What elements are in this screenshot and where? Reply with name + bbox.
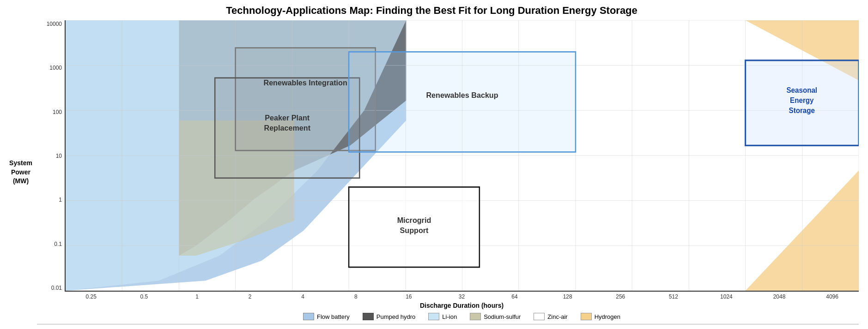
- y-tick-10: 10: [56, 153, 62, 159]
- legend-box-zinc-air: [534, 313, 545, 320]
- x-tick-1024: 1024: [700, 293, 753, 300]
- legend-label-zinc-air: Zinc-air: [547, 313, 567, 320]
- seasonal-energy-label-1: Seasonal: [787, 86, 818, 95]
- x-tick-64: 64: [488, 293, 541, 300]
- microgrid-support-label-2: Support: [400, 226, 429, 235]
- legend-box-sodium-sulfur: [470, 313, 481, 320]
- legend-hydrogen: Hydrogen: [581, 313, 620, 320]
- x-tick-32: 32: [435, 293, 488, 300]
- x-tick-025: 0.25: [65, 293, 118, 300]
- seasonal-energy-label-2: Energy: [790, 96, 814, 105]
- seasonal-energy-label-3: Storage: [789, 106, 815, 114]
- legend-box-liion: [428, 313, 439, 320]
- y-tick-001: 0.01: [51, 285, 62, 291]
- plot-area-wrapper: 0.01 0.1 1 10 100 1000 10000: [37, 20, 859, 292]
- y-tick-10000: 10000: [47, 21, 62, 27]
- legend-label-sodium-sulfur: Sodium-sulfur: [484, 313, 521, 320]
- renewables-integration-label: Renewables Integration: [263, 78, 347, 88]
- legend: Flow battery Pumped hydro Li-ion Sodium-…: [37, 309, 859, 322]
- y-ticks: 0.01 0.1 1 10 100 1000 10000: [37, 20, 65, 292]
- x-tick-2048: 2048: [753, 293, 806, 300]
- x-tick-4096: 4096: [806, 293, 859, 300]
- legend-flow-battery: Flow battery: [303, 313, 350, 320]
- legend-box-hydrogen: [581, 313, 592, 320]
- renewables-backup-label: Renewables Backup: [426, 91, 498, 100]
- x-axis-area: 0.25 0.5 1 2 4 8 16 32 64 128 256 512 10…: [37, 292, 859, 309]
- x-tick-4: 4: [276, 293, 329, 300]
- y-tick-1: 1: [59, 197, 62, 203]
- x-tick-8: 8: [329, 293, 382, 300]
- renewables-backup-box: [349, 52, 576, 152]
- legend-label-flow-battery: Flow battery: [317, 313, 350, 320]
- x-tick-05: 0.5: [118, 293, 171, 300]
- plot-svg: Renewables Integration Peaker Plant Repl…: [66, 20, 859, 291]
- hydrogen-region-2: [746, 171, 859, 291]
- x-tick-16: 16: [382, 293, 436, 300]
- chart-container: Technology-Applications Map: Finding the…: [0, 0, 868, 329]
- legend-zinc-air: Zinc-air: [534, 313, 567, 320]
- chart-right: 0.01 0.1 1 10 100 1000 10000: [37, 20, 859, 324]
- peaker-plant-label-2: Replacement: [264, 123, 310, 132]
- microgrid-support-label-1: Microgrid: [397, 216, 431, 225]
- x-axis-label: Discharge Duration (hours): [37, 302, 859, 309]
- chart-body: System Power (MW) 0.01 0.1 1 10 100 1000…: [5, 20, 859, 324]
- y-tick-01: 0.1: [54, 241, 62, 247]
- legend-sodium-sulfur: Sodium-sulfur: [470, 313, 521, 320]
- y-tick-1000: 1000: [49, 65, 62, 71]
- chart-title: Technology-Applications Map: Finding the…: [5, 5, 859, 17]
- y-axis-label: System Power (MW): [5, 20, 37, 324]
- x-tick-1: 1: [170, 293, 224, 300]
- x-tick-2: 2: [224, 293, 277, 300]
- legend-liion: Li-ion: [428, 313, 457, 320]
- legend-box-pumped-hydro: [363, 313, 374, 320]
- chart-divider: [37, 324, 859, 324]
- legend-box-flow-battery: [303, 313, 314, 320]
- peaker-plant-label-1: Peaker Plant: [265, 114, 310, 123]
- legend-pumped-hydro: Pumped hydro: [363, 313, 416, 320]
- x-tick-128: 128: [541, 293, 594, 300]
- plot-area: Renewables Integration Peaker Plant Repl…: [65, 20, 859, 292]
- x-ticks: 0.25 0.5 1 2 4 8 16 32 64 128 256 512 10…: [37, 293, 859, 300]
- x-tick-256: 256: [594, 293, 647, 300]
- legend-label-liion: Li-ion: [442, 313, 457, 320]
- x-tick-512: 512: [647, 293, 700, 300]
- legend-label-pumped-hydro: Pumped hydro: [376, 313, 416, 320]
- y-tick-100: 100: [53, 109, 62, 115]
- legend-label-hydrogen: Hydrogen: [595, 313, 620, 320]
